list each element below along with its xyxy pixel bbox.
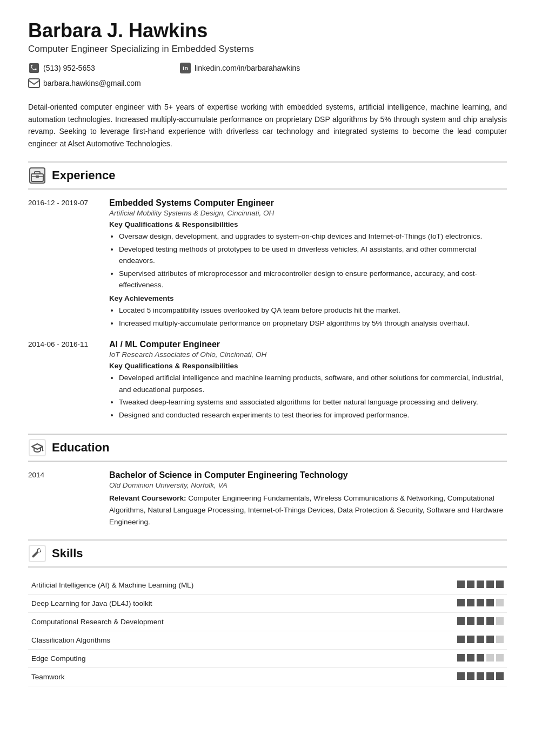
education-content-1: Bachelor of Science in Computer Engineer… [109,470,507,528]
skill-dot-empty [486,654,494,662]
skill-bar-cell [363,576,507,595]
experience-entry-2: 2014-06 - 2016-11 AI / ML Computer Engin… [28,340,507,422]
skill-row: Computational Research & Development [28,613,507,631]
skill-dot-empty [496,654,504,662]
skill-dot-empty [496,636,504,643]
experience-content-1: Embedded Systems Computer Engineer Artif… [109,198,507,330]
skill-name: Deep Learning for Java (DL4J) toolkit [28,595,363,613]
experience-section-title: Experience [52,168,115,183]
phone-icon [28,62,40,74]
skill-name: Computational Research & Development [28,613,363,631]
skill-dot-filled [477,654,484,662]
skill-dot-filled [467,672,474,680]
achievements-list-1: Located 5 incompatibility issues overloo… [109,305,507,329]
skill-name: Teamwork [28,668,363,686]
skill-dot-filled [467,654,474,662]
achievement-item: Increased multiply-accumulate performanc… [119,318,507,329]
skill-dots [457,599,504,606]
skill-name: Edge Computing [28,650,363,668]
skill-name: Classification Algorithms [28,631,363,650]
education-date-1: 2014 [28,470,109,528]
school-name: Old Dominion University, Norfolk, VA [109,481,507,489]
coursework-text: Relevant Coursework: Computer Engineerin… [109,492,507,528]
skill-dot-filled [457,654,465,662]
experience-date-1: 2016-12 - 2019-07 [28,198,109,330]
skill-dots [457,672,504,680]
company-2: IoT Research Associates of Ohio, Cincinn… [109,350,507,359]
summary-text: Detail-oriented computer engineer with 5… [28,101,507,150]
education-entry-1: 2014 Bachelor of Science in Computer Eng… [28,470,507,528]
svg-rect-1 [29,79,39,87]
achievement-item: Located 5 incompatibility issues overloo… [119,305,507,316]
candidate-name: Barbara J. Hawkins [28,19,507,42]
skill-dots [457,654,504,662]
skill-dot-filled [486,617,494,625]
skill-dot-empty [496,617,504,625]
skill-dot-filled [467,580,474,588]
skills-icon [28,544,46,563]
email-icon [28,77,40,89]
experience-entry-1: 2016-12 - 2019-07 Embedded Systems Compu… [28,198,507,330]
job-title-1: Embedded Systems Computer Engineer [109,198,507,208]
education-section-header: Education [28,434,507,462]
candidate-title: Computer Engineer Specializing in Embedd… [28,44,507,55]
skill-bar-cell [363,595,507,613]
skills-section-header: Skills [28,539,507,568]
skill-row: Edge Computing [28,650,507,668]
qualifications-label-1: Key Qualifications & Responsibilities [109,220,507,228]
company-1: Artificial Mobility Systems & Design, Ci… [109,209,507,217]
skill-dots [457,580,504,588]
skill-dot-filled [457,672,465,680]
skill-dot-filled [486,580,494,588]
skill-dots [457,617,504,625]
education-section-title: Education [52,441,109,455]
job-title-2: AI / ML Computer Engineer [109,340,507,349]
phone-number: (513) 952-5653 [43,64,95,72]
skill-dot-filled [486,636,494,643]
experience-content-2: AI / ML Computer Engineer IoT Research A… [109,340,507,422]
qualifications-label-2: Key Qualifications & Responsibilities [109,362,507,370]
skill-dot-filled [486,599,494,606]
qual-item: Oversaw design, development, and upgrade… [119,231,507,242]
education-section: Education 2014 Bachelor of Science in Co… [28,434,507,528]
skills-table: Artificial Intelligence (AI) & Machine L… [28,576,507,686]
linkedin-url: linkedin.com/in/barbarahawkins [195,64,300,72]
qual-item: Designed and conducted research experime… [119,409,507,421]
skill-bar-cell [363,668,507,686]
experience-date-2: 2014-06 - 2016-11 [28,340,109,422]
skill-name: Artificial Intelligence (AI) & Machine L… [28,576,363,595]
skill-dot-filled [457,580,465,588]
skill-dot-filled [477,599,484,606]
svg-point-9 [42,450,44,451]
skills-section: Skills Artificial Intelligence (AI) & Ma… [28,539,507,686]
email-address: barbara.hawkins@gmail.com [43,79,141,87]
skill-dot-filled [477,672,484,680]
education-icon [28,438,46,457]
skills-section-title: Skills [52,546,83,561]
skill-dot-filled [457,636,465,643]
achievements-label-1: Key Achievements [109,294,507,302]
skill-dot-filled [467,599,474,606]
skill-row: Artificial Intelligence (AI) & Machine L… [28,576,507,595]
qualifications-list-2: Developed artificial intelligence and ma… [109,372,507,421]
skill-dot-filled [467,636,474,643]
skill-bar-cell [363,631,507,650]
skill-dot-filled [457,617,465,625]
skill-bar-cell [363,613,507,631]
skill-dot-filled [457,599,465,606]
skill-dot-filled [467,617,474,625]
skill-dot-filled [496,580,504,588]
skill-dot-filled [477,636,484,643]
svg-rect-0 [29,63,39,73]
experience-section-header: Experience [28,161,507,190]
qual-item: Tweaked deep-learning systems and associ… [119,396,507,408]
degree-title: Bachelor of Science in Computer Engineer… [109,470,507,480]
skill-dot-filled [477,580,484,588]
skill-dot-empty [496,599,504,606]
skill-bar-cell [363,650,507,668]
qual-item: Supervised attributes of microprocessor … [119,268,507,291]
qual-item: Developed testing methods of prototypes … [119,244,507,267]
skill-dots [457,636,504,643]
skill-dot-filled [477,617,484,625]
svg-rect-6 [36,176,39,178]
